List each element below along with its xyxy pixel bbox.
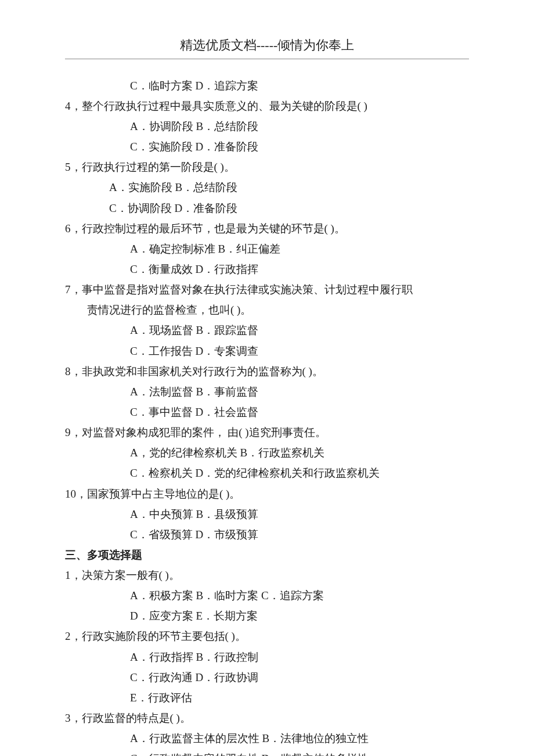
option-line: C．实施阶段 D．准备阶段 [65, 136, 469, 157]
question-line: 8，非执政党和非国家机关对行政行为的监督称为( )。 [65, 361, 469, 381]
question-line: 4，整个行政执行过程中最具实质意义的、最为关键的阶段是( ) [65, 96, 469, 116]
option-line: A．协调阶段 B．总结阶段 [65, 116, 469, 136]
option-line: C．协调阶段 D．准备阶段 [65, 198, 469, 218]
page-header: 精选优质文档-----倾情为你奉上 [65, 34, 469, 59]
section-title: 三、多项选择题 [65, 545, 469, 565]
option-line: A．确定控制标准 B．纠正偏差 [65, 239, 469, 259]
option-line: A．中央预算 B．县级预算 [65, 504, 469, 524]
option-line: C．临时方案 D．追踪方案 [65, 75, 469, 96]
option-line: C．衡量成效 D．行政指挥 [65, 259, 469, 279]
question-line: 6，行政控制过程的最后环节，也是最为关键的环节是( )。 [65, 218, 469, 239]
question-line: 7，事中监督是指对监督对象在执行法律或实施决策、计划过程中履行职 [65, 279, 469, 300]
option-line: A．行政指挥 B．行政控制 [65, 647, 469, 667]
question-line: 2，行政实施阶段的环节主要包括( )。 [65, 626, 469, 646]
option-line: C．行政沟通 D．行政协调 [65, 667, 469, 687]
question-line: 9，对监督对象构成犯罪的案件， 由( )追究刑事责任。 [65, 422, 469, 442]
option-line: C．工作报告 D．专案调查 [65, 341, 469, 361]
option-line: C．检察机关 D．党的纪律检察机关和行政监察机关 [65, 463, 469, 483]
option-line: C．省级预算 D．市级预算 [65, 524, 469, 545]
document-page: 精选优质文档-----倾情为你奉上 C．临时方案 D．追踪方案4，整个行政执行过… [0, 0, 534, 756]
option-line: A．积极方案 B．临时方案 C．追踪方案 [65, 585, 469, 606]
question-line: 责情况进行的监督检查，也叫( )。 [65, 300, 469, 320]
option-line: A．行政监督主体的层次性 B．法律地位的独立性 [65, 728, 469, 748]
document-body: C．临时方案 D．追踪方案4，整个行政执行过程中最具实质意义的、最为关键的阶段是… [65, 75, 469, 756]
option-line: C，行政监督内容的双向性 D．监督主体的多样性 [65, 748, 469, 756]
option-line: A．实施阶段 B．总结阶段 [65, 177, 469, 197]
question-line: 5，行政执行过程的第一阶段是( )。 [65, 157, 469, 177]
header-underline [65, 59, 469, 59]
option-line: D．应变方案 E．长期方案 [65, 606, 469, 626]
option-line: A．法制监督 B．事前监督 [65, 381, 469, 402]
question-line: 1，决策方案一般有( )。 [65, 565, 469, 585]
question-line: 10，国家预算中占主导地位的是( )。 [65, 484, 469, 504]
option-line: E．行政评估 [65, 687, 469, 708]
option-line: A，党的纪律检察机关 B．行政监察机关 [65, 442, 469, 463]
option-line: A．现场监督 B．跟踪监督 [65, 320, 469, 340]
question-line: 3，行政监督的特点是( )。 [65, 708, 469, 728]
option-line: C．事中监督 D．社会监督 [65, 402, 469, 422]
